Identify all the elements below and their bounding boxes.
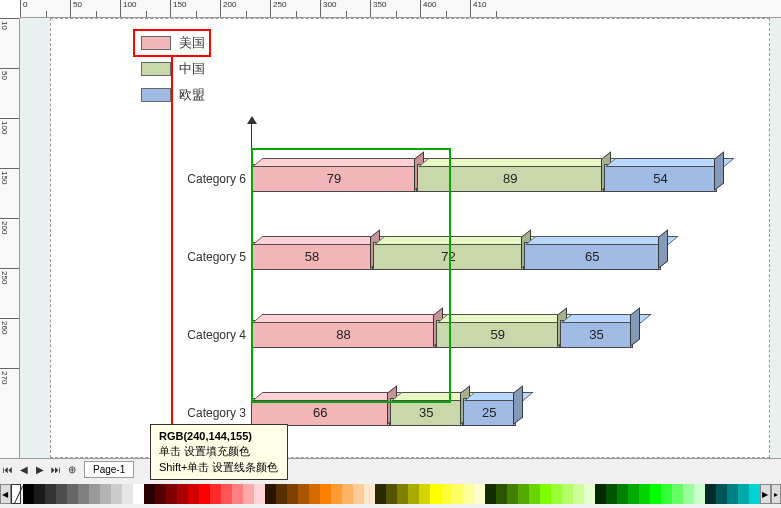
color-swatch[interactable]: [353, 484, 364, 504]
color-swatch[interactable]: [584, 484, 595, 504]
nav-add-icon[interactable]: ⊕: [64, 462, 80, 478]
color-swatch[interactable]: [408, 484, 419, 504]
color-swatch[interactable]: [551, 484, 562, 504]
page-nav-bar: ⏮ ◀ ▶ ⏭ ⊕ Page-1: [0, 458, 781, 480]
nav-prev-icon[interactable]: ◀: [16, 462, 32, 478]
bar-segment[interactable]: 54: [604, 164, 717, 192]
color-swatch[interactable]: [243, 484, 254, 504]
bar-segment[interactable]: 25: [463, 398, 516, 426]
legend-item[interactable]: 中国: [141, 60, 205, 78]
color-swatch[interactable]: [672, 484, 683, 504]
color-swatch[interactable]: [232, 484, 243, 504]
color-swatch[interactable]: [309, 484, 320, 504]
color-swatch[interactable]: [650, 484, 661, 504]
color-swatch[interactable]: [386, 484, 397, 504]
palette-menu-icon[interactable]: ▸: [771, 484, 782, 504]
color-swatch[interactable]: [749, 484, 760, 504]
color-swatch[interactable]: [463, 484, 474, 504]
legend-item[interactable]: 欧盟: [141, 86, 205, 104]
color-swatch[interactable]: [100, 484, 111, 504]
drawing-page[interactable]: 美国中国欧盟 Category 6798954Category 5587265C…: [50, 18, 770, 458]
color-swatch[interactable]: [595, 484, 606, 504]
category-label: Category 6: [176, 172, 246, 186]
color-swatch[interactable]: [78, 484, 89, 504]
color-swatch[interactable]: [89, 484, 100, 504]
color-swatch[interactable]: [738, 484, 749, 504]
color-swatch[interactable]: [298, 484, 309, 504]
color-swatch[interactable]: [375, 484, 386, 504]
color-swatch[interactable]: [485, 484, 496, 504]
nav-last-icon[interactable]: ⏭: [48, 462, 64, 478]
color-swatch[interactable]: [155, 484, 166, 504]
color-palette: ◀ ▶ ▸: [0, 480, 781, 508]
color-swatch[interactable]: [397, 484, 408, 504]
palette-scroll-left-icon[interactable]: ◀: [0, 484, 11, 504]
color-swatch[interactable]: [331, 484, 342, 504]
color-swatch[interactable]: [276, 484, 287, 504]
color-swatch[interactable]: [617, 484, 628, 504]
bar-segment[interactable]: 59: [436, 320, 560, 348]
color-swatch[interactable]: [320, 484, 331, 504]
color-swatch[interactable]: [573, 484, 584, 504]
color-swatch[interactable]: [705, 484, 716, 504]
color-swatch[interactable]: [364, 484, 375, 504]
nav-next-icon[interactable]: ▶: [32, 462, 48, 478]
tooltip-rgb: RGB(240,144,155): [159, 430, 252, 442]
color-swatch[interactable]: [342, 484, 353, 504]
color-swatch[interactable]: [452, 484, 463, 504]
canvas-area[interactable]: 美国中国欧盟 Category 6798954Category 5587265C…: [20, 18, 781, 458]
color-swatch[interactable]: [716, 484, 727, 504]
color-swatch[interactable]: [265, 484, 276, 504]
color-swatch[interactable]: [606, 484, 617, 504]
color-swatch[interactable]: [221, 484, 232, 504]
chart-row[interactable]: Category 4885935: [191, 320, 251, 352]
color-swatch[interactable]: [254, 484, 265, 504]
legend-swatch: [141, 88, 171, 102]
color-swatch[interactable]: [507, 484, 518, 504]
legend-label: 欧盟: [179, 86, 205, 104]
selection-green-box: [251, 148, 451, 403]
color-swatch[interactable]: [287, 484, 298, 504]
color-swatch[interactable]: [562, 484, 573, 504]
color-swatch[interactable]: [177, 484, 188, 504]
color-swatch[interactable]: [518, 484, 529, 504]
color-swatch[interactable]: [430, 484, 441, 504]
bar-segment[interactable]: 65: [524, 242, 661, 270]
color-swatch[interactable]: [34, 484, 45, 504]
annotation-red-box: [133, 29, 211, 57]
nav-first-icon[interactable]: ⏮: [0, 462, 16, 478]
color-swatch[interactable]: [441, 484, 452, 504]
color-swatch[interactable]: [727, 484, 738, 504]
color-swatch[interactable]: [639, 484, 650, 504]
no-color-swatch[interactable]: [11, 484, 22, 504]
color-swatch[interactable]: [474, 484, 485, 504]
chart-row[interactable]: Category 6798954: [191, 164, 251, 196]
category-label: Category 5: [176, 250, 246, 264]
tooltip-line2: Shift+单击 设置线条颜色: [159, 461, 279, 473]
legend-swatch: [141, 62, 171, 76]
color-swatch[interactable]: [133, 484, 144, 504]
color-swatch[interactable]: [540, 484, 551, 504]
color-swatch[interactable]: [56, 484, 67, 504]
color-swatch[interactable]: [694, 484, 705, 504]
palette-scroll-right-icon[interactable]: ▶: [760, 484, 771, 504]
color-swatch[interactable]: [210, 484, 221, 504]
color-swatch[interactable]: [144, 484, 155, 504]
color-swatch[interactable]: [111, 484, 122, 504]
color-swatch[interactable]: [166, 484, 177, 504]
color-swatch[interactable]: [419, 484, 430, 504]
color-swatch[interactable]: [199, 484, 210, 504]
color-swatch[interactable]: [188, 484, 199, 504]
color-swatch[interactable]: [67, 484, 78, 504]
color-swatch[interactable]: [661, 484, 672, 504]
bar-segment[interactable]: 35: [560, 320, 634, 348]
color-swatch[interactable]: [496, 484, 507, 504]
color-swatch[interactable]: [628, 484, 639, 504]
color-swatch[interactable]: [23, 484, 34, 504]
page-tab[interactable]: Page-1: [84, 461, 134, 478]
color-swatch[interactable]: [45, 484, 56, 504]
color-swatch[interactable]: [529, 484, 540, 504]
color-swatch[interactable]: [122, 484, 133, 504]
chart-row[interactable]: Category 5587265: [191, 242, 251, 274]
color-swatch[interactable]: [683, 484, 694, 504]
